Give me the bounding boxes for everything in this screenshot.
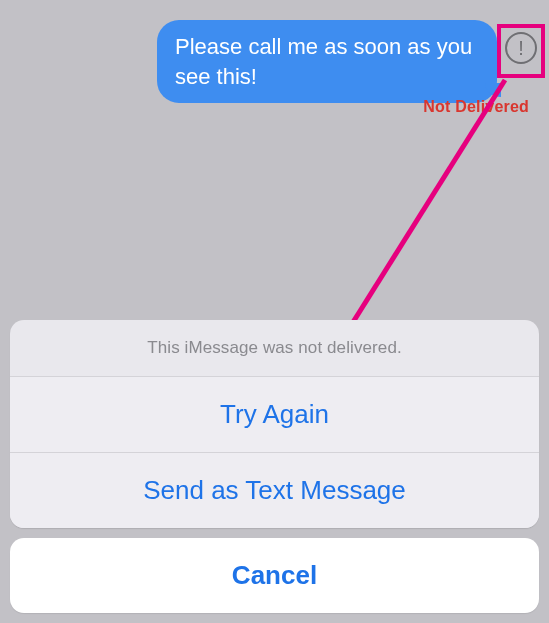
cancel-button[interactable]: Cancel (10, 538, 539, 613)
action-sheet-options-group: This iMessage was not delivered. Try Aga… (10, 320, 539, 528)
messages-screen: Please call me as soon as you see this! … (0, 0, 549, 623)
try-again-button[interactable]: Try Again (10, 376, 539, 452)
action-sheet: This iMessage was not delivered. Try Aga… (10, 320, 539, 613)
send-as-text-button[interactable]: Send as Text Message (10, 452, 539, 528)
action-sheet-title: This iMessage was not delivered. (10, 320, 539, 376)
chat-area: Please call me as soon as you see this! … (0, 0, 549, 623)
action-sheet-cancel-group: Cancel (10, 538, 539, 613)
